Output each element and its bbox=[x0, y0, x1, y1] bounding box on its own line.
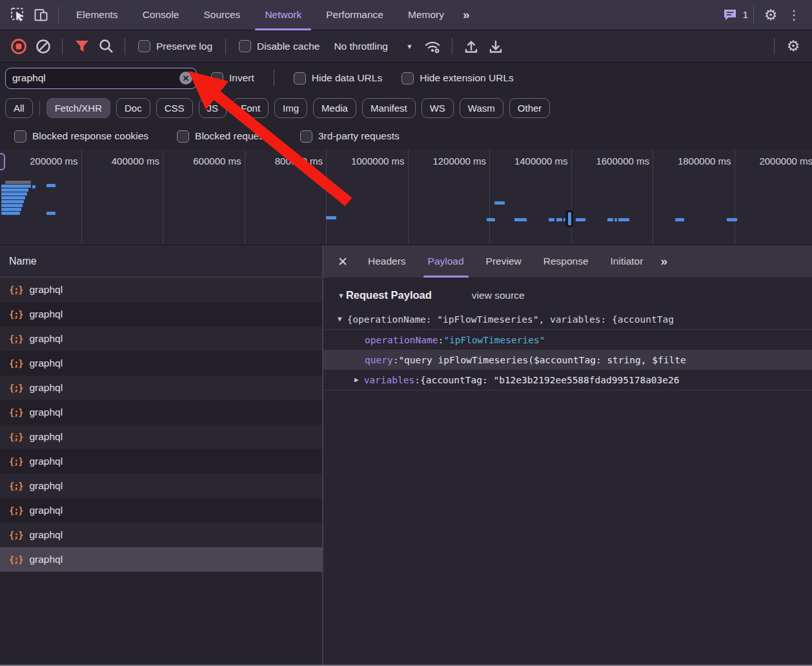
payload-root-row[interactable]: ▼ {operationName: "ipFlowTimeseries", va… bbox=[323, 309, 812, 329]
request-row[interactable]: {;}graphql bbox=[0, 376, 322, 400]
view-source-link[interactable]: view source bbox=[472, 290, 525, 301]
third-party-requests-checkbox[interactable] bbox=[300, 130, 312, 143]
json-icon: {;} bbox=[9, 334, 23, 344]
tab-elements[interactable]: Elements bbox=[64, 0, 130, 30]
json-icon: {;} bbox=[9, 407, 23, 418]
throttling-select[interactable]: No throttling ▼ bbox=[327, 41, 419, 52]
request-row[interactable]: {;}graphql bbox=[0, 400, 322, 425]
hide-extension-urls-label: Hide extension URLs bbox=[420, 72, 514, 84]
disable-cache-checkbox[interactable] bbox=[239, 40, 251, 52]
request-row[interactable]: {;}graphql bbox=[0, 327, 322, 351]
name-column-header[interactable]: Name bbox=[0, 245, 322, 278]
divider bbox=[274, 70, 274, 86]
tab-console[interactable]: Console bbox=[130, 0, 192, 30]
divider bbox=[58, 6, 59, 23]
devtools-window: Elements Console Sources Network Perform… bbox=[0, 0, 812, 666]
preserve-log-label: Preserve log bbox=[156, 41, 212, 52]
kebab-menu-icon[interactable]: ⋮ bbox=[782, 7, 806, 23]
hide-data-urls-checkbox[interactable] bbox=[294, 72, 306, 85]
blocked-requests-label: Blocked requests bbox=[195, 130, 272, 142]
message-bubble-icon bbox=[723, 8, 737, 21]
clear-log-button[interactable] bbox=[32, 36, 54, 57]
throttling-value: No throttling bbox=[334, 41, 388, 52]
search-button[interactable] bbox=[95, 36, 117, 57]
hide-extension-urls-checkbox[interactable] bbox=[401, 72, 414, 85]
network-conditions-icon[interactable] bbox=[422, 36, 444, 57]
divider bbox=[225, 38, 226, 55]
issues-indicator[interactable]: 1 bbox=[723, 8, 748, 21]
tab-response[interactable]: Response bbox=[533, 245, 600, 278]
filter-button[interactable] bbox=[70, 36, 92, 57]
chip-fetch-xhr[interactable]: Fetch/XHR bbox=[46, 98, 110, 118]
chip-other[interactable]: Other bbox=[509, 98, 551, 118]
divider bbox=[39, 101, 40, 116]
payload-query-row[interactable]: query: "query ipFlowTimeseries($accountT… bbox=[323, 350, 812, 370]
chip-ws[interactable]: WS bbox=[421, 98, 454, 118]
json-icon: {;} bbox=[9, 530, 23, 540]
chip-wasm[interactable]: Wasm bbox=[460, 98, 503, 118]
tab-headers[interactable]: Headers bbox=[357, 245, 417, 278]
chip-doc[interactable]: Doc bbox=[116, 98, 150, 118]
payload-operation-row[interactable]: operationName: "ipFlowTimeseries" bbox=[323, 330, 812, 350]
tab-preview[interactable]: Preview bbox=[475, 245, 533, 278]
request-row[interactable]: {;}graphql bbox=[0, 523, 322, 547]
tab-initiator[interactable]: Initiator bbox=[600, 245, 655, 278]
expand-icon[interactable]: ▶ bbox=[354, 376, 359, 384]
tab-network[interactable]: Network bbox=[252, 0, 314, 30]
request-row[interactable]: {;}graphql bbox=[0, 449, 322, 474]
export-har-icon[interactable] bbox=[485, 36, 507, 57]
tab-memory[interactable]: Memory bbox=[396, 0, 456, 30]
invert-label: Invert bbox=[229, 72, 254, 84]
request-row-selected[interactable]: {;}graphql bbox=[0, 547, 322, 572]
chip-media[interactable]: Media bbox=[313, 98, 356, 118]
chip-manifest[interactable]: Manifest bbox=[362, 98, 416, 118]
tab-performance[interactable]: Performance bbox=[314, 0, 396, 30]
more-detail-tabs-icon[interactable]: » bbox=[654, 254, 673, 268]
collapse-icon[interactable]: ▼ bbox=[338, 292, 345, 299]
record-button[interactable] bbox=[8, 36, 30, 57]
request-row[interactable]: {;}graphql bbox=[0, 425, 322, 449]
requests-pane: Name {;}graphql {;}graphql {;}graphql {;… bbox=[0, 245, 323, 666]
collapse-icon[interactable]: ▼ bbox=[338, 315, 342, 323]
payload-variables-row[interactable]: ▶ variables: {accountTag: "b12e3b2192ee5… bbox=[323, 370, 812, 390]
timeline-overview[interactable]: 200000 ms 400000 ms 600000 ms 800000 ms … bbox=[0, 150, 812, 245]
chip-js[interactable]: JS bbox=[199, 98, 227, 118]
invert-checkbox[interactable] bbox=[211, 72, 223, 85]
close-details-icon[interactable]: ✕ bbox=[329, 245, 357, 278]
blocked-response-cookies-checkbox[interactable] bbox=[14, 130, 26, 143]
hide-data-urls-label: Hide data URLs bbox=[312, 72, 382, 84]
chip-img[interactable]: Img bbox=[274, 98, 307, 118]
more-filters-row: Blocked response cookies Blocked request… bbox=[0, 123, 812, 150]
settings-gear-icon[interactable]: ⚙ bbox=[759, 5, 782, 25]
filter-input-wrap: ✕ bbox=[5, 68, 197, 89]
import-har-icon[interactable] bbox=[460, 36, 482, 57]
clear-filter-icon[interactable]: ✕ bbox=[179, 72, 192, 85]
preserve-log-checkbox[interactable] bbox=[138, 40, 150, 52]
filter-input[interactable] bbox=[6, 72, 196, 84]
request-row[interactable]: {;}graphql bbox=[0, 498, 322, 523]
tab-payload[interactable]: Payload bbox=[417, 245, 475, 278]
dropdown-arrow-icon: ▼ bbox=[406, 43, 413, 50]
request-row[interactable]: {;}graphql bbox=[0, 302, 322, 327]
more-tabs-icon[interactable]: » bbox=[456, 8, 475, 22]
inspect-element-icon[interactable] bbox=[6, 5, 30, 25]
request-payload-title[interactable]: Request Payload bbox=[346, 289, 432, 301]
network-toolbar: Preserve log Disable cache No throttling… bbox=[0, 30, 812, 63]
network-panes: Name {;}graphql {;}graphql {;}graphql {;… bbox=[0, 245, 812, 666]
chip-all[interactable]: All bbox=[5, 98, 33, 118]
request-row[interactable]: {;}graphql bbox=[0, 278, 322, 302]
divider bbox=[452, 38, 452, 55]
details-tabbar: ✕ Headers Payload Preview Response Initi… bbox=[323, 245, 812, 278]
tab-sources[interactable]: Sources bbox=[192, 0, 253, 30]
third-party-requests-label: 3rd-party requests bbox=[318, 130, 400, 142]
blocked-requests-checkbox[interactable] bbox=[177, 130, 189, 143]
timeline-scroll-handle[interactable] bbox=[0, 153, 5, 170]
chip-css[interactable]: CSS bbox=[156, 98, 193, 118]
device-toolbar-icon[interactable] bbox=[30, 5, 53, 25]
chip-font[interactable]: Font bbox=[232, 98, 269, 118]
request-row[interactable]: {;}graphql bbox=[0, 474, 322, 498]
payload-tree: ▼ {operationName: "ipFlowTimeseries", va… bbox=[323, 309, 812, 390]
divider bbox=[125, 38, 125, 55]
network-settings-gear-icon[interactable]: ⚙ bbox=[782, 36, 804, 57]
request-row[interactable]: {;}graphql bbox=[0, 351, 322, 376]
